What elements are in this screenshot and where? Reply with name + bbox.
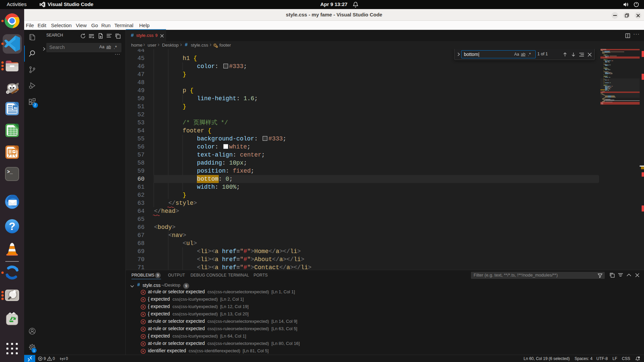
svg-text:?: ? bbox=[9, 220, 15, 232]
svg-text:>_: >_ bbox=[7, 169, 13, 175]
